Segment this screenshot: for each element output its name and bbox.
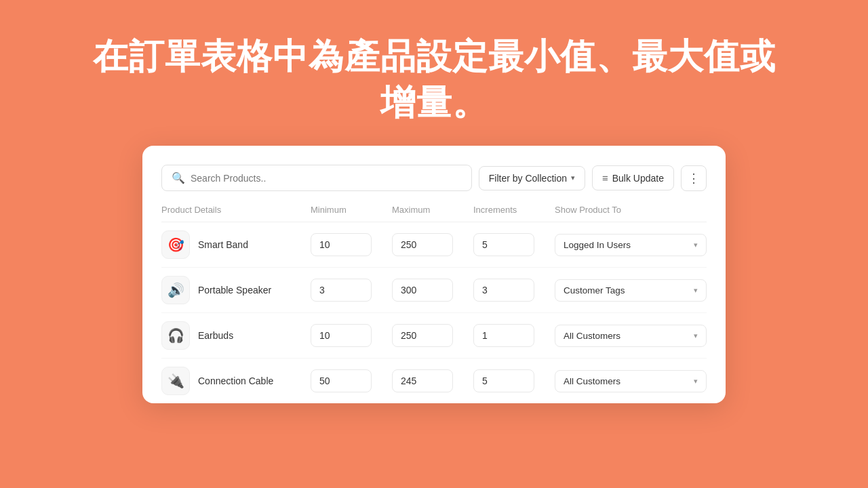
max-input-portable-speaker[interactable]: [392, 279, 453, 302]
max-input-connection-cable[interactable]: [392, 369, 453, 392]
inc-cell-smart-band: [473, 233, 555, 256]
inc-input-portable-speaker[interactable]: [473, 279, 534, 302]
table-row: 🎯 Smart Band Logged In Users ▾: [161, 222, 707, 268]
inc-cell-portable-speaker: [473, 279, 555, 302]
show-to-label-connection-cable: All Customers: [564, 376, 620, 386]
min-input-smart-band[interactable]: [311, 233, 372, 256]
product-emoji-portable-speaker: 🔊: [167, 282, 184, 298]
more-options-button[interactable]: ⋮: [681, 165, 707, 191]
header-minimum: Minimum: [311, 205, 392, 215]
product-cell-portable-speaker: 🔊 Portable Speaker: [161, 276, 311, 304]
bulk-update-button[interactable]: ≡ Bulk Update: [592, 165, 674, 190]
show-to-dropdown-earbuds[interactable]: All Customers ▾: [555, 325, 707, 347]
show-to-label-earbuds: All Customers: [564, 331, 620, 341]
max-input-earbuds[interactable]: [392, 324, 453, 347]
product-name-smart-band: Smart Band: [198, 239, 248, 250]
toolbar: 🔍 Filter by Collection ▾ ≡ Bulk Update ⋮: [161, 165, 707, 191]
header-maximum: Maximum: [392, 205, 473, 215]
show-to-cell-earbuds: All Customers ▾: [555, 325, 707, 347]
product-thumbnail-connection-cable: 🔌: [161, 367, 190, 395]
product-thumbnail-portable-speaker: 🔊: [161, 276, 190, 304]
min-input-earbuds[interactable]: [311, 324, 372, 347]
min-input-connection-cable[interactable]: [311, 369, 372, 392]
header-increments: Increments: [473, 205, 555, 215]
chevron-down-icon: ▾: [571, 174, 575, 182]
min-cell-portable-speaker: [311, 279, 392, 302]
product-name-connection-cable: Connection Cable: [198, 375, 273, 386]
show-to-dropdown-smart-band[interactable]: Logged In Users ▾: [555, 234, 707, 256]
table-row: 🔌 Connection Cable All Customers ▾: [161, 359, 707, 403]
max-input-smart-band[interactable]: [392, 233, 453, 256]
filter-by-collection-button[interactable]: Filter by Collection ▾: [479, 166, 585, 190]
dropdown-chevron-smart-band: ▾: [694, 241, 698, 249]
max-cell-connection-cable: [392, 369, 473, 392]
max-cell-portable-speaker: [392, 279, 473, 302]
min-cell-connection-cable: [311, 369, 392, 392]
search-icon: 🔍: [172, 171, 185, 184]
inc-input-earbuds[interactable]: [473, 324, 534, 347]
product-emoji-connection-cable: 🔌: [167, 373, 184, 389]
product-thumbnail-smart-band: 🎯: [161, 230, 190, 259]
product-cell-earbuds: 🎧 Earbuds: [161, 321, 311, 350]
main-panel: 🔍 Filter by Collection ▾ ≡ Bulk Update ⋮…: [142, 146, 726, 403]
filter-label: Filter by Collection: [489, 173, 567, 184]
header-product: Product Details: [161, 205, 311, 215]
show-to-cell-connection-cable: All Customers ▾: [555, 370, 707, 392]
bulk-label: Bulk Update: [612, 173, 664, 184]
more-icon: ⋮: [688, 171, 701, 186]
dropdown-chevron-connection-cable: ▾: [694, 377, 698, 386]
min-cell-earbuds: [311, 324, 392, 347]
show-to-dropdown-portable-speaker[interactable]: Customer Tags ▾: [555, 279, 707, 302]
show-to-cell-smart-band: Logged In Users ▾: [555, 234, 707, 256]
product-name-earbuds: Earbuds: [198, 330, 233, 341]
inc-cell-earbuds: [473, 324, 555, 347]
product-thumbnail-earbuds: 🎧: [161, 321, 190, 350]
show-to-dropdown-connection-cable[interactable]: All Customers ▾: [555, 370, 707, 392]
product-cell-smart-band: 🎯 Smart Band: [161, 230, 311, 259]
show-to-label-portable-speaker: Customer Tags: [564, 285, 625, 296]
inc-input-connection-cable[interactable]: [473, 369, 534, 392]
product-name-portable-speaker: Portable Speaker: [198, 285, 271, 296]
table-row: 🔊 Portable Speaker Customer Tags ▾: [161, 268, 707, 313]
dropdown-chevron-earbuds: ▾: [694, 331, 698, 340]
table-body: 🎯 Smart Band Logged In Users ▾ 🔊 Portabl…: [161, 222, 707, 403]
product-emoji-smart-band: 🎯: [167, 237, 184, 253]
min-input-portable-speaker[interactable]: [311, 279, 372, 302]
search-input[interactable]: [191, 173, 462, 184]
product-emoji-earbuds: 🎧: [167, 327, 184, 344]
max-cell-earbuds: [392, 324, 473, 347]
inc-input-smart-band[interactable]: [473, 233, 534, 256]
search-box: 🔍: [161, 165, 472, 191]
min-cell-smart-band: [311, 233, 392, 256]
table-row: 🎧 Earbuds All Customers ▾: [161, 313, 707, 359]
max-cell-smart-band: [392, 233, 473, 256]
inc-cell-connection-cable: [473, 369, 555, 392]
header-show-to: Show Product To: [555, 205, 707, 215]
page-title: 在訂單表格中為產品設定最小值、最大值或增量。: [0, 0, 868, 146]
table-header: Product Details Minimum Maximum Incremen…: [161, 205, 707, 222]
product-cell-connection-cable: 🔌 Connection Cable: [161, 367, 311, 395]
dropdown-chevron-portable-speaker: ▾: [694, 286, 698, 295]
show-to-label-smart-band: Logged In Users: [564, 240, 631, 250]
show-to-cell-portable-speaker: Customer Tags ▾: [555, 279, 707, 302]
list-icon: ≡: [602, 172, 608, 184]
